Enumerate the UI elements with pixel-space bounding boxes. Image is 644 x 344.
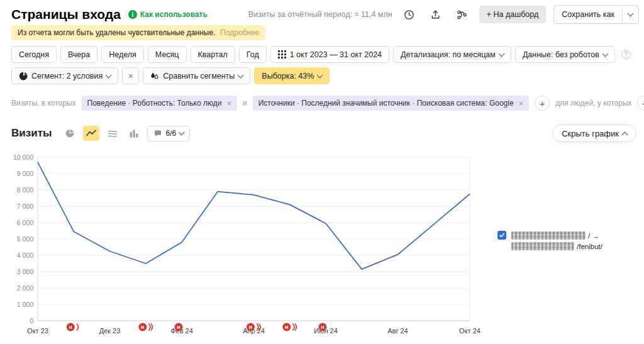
svg-text:10 000: 10 000 — [13, 153, 33, 161]
segment-pie-icon — [19, 72, 28, 80]
chevron-up-icon — [622, 131, 628, 138]
save-as-group: Сохранить как — [553, 5, 639, 24]
svg-text:0: 0 — [30, 317, 33, 325]
date-range-button[interactable]: 1 окт 2023 — 31 окт 2024 — [270, 46, 389, 63]
chart-type-area-button[interactable] — [104, 126, 121, 141]
history-button[interactable] — [400, 5, 419, 24]
stacked-area-icon — [108, 128, 118, 138]
hide-chart-label: Скрыть график — [562, 129, 619, 138]
filter-conditions: Визиты, в которых Поведение · Роботность… — [11, 96, 638, 111]
add-people-condition-button[interactable]: + — [637, 96, 644, 111]
filter-chip-robots[interactable]: Поведение · Роботность: Только люди × — [82, 96, 237, 111]
svg-text:9 000: 9 000 — [17, 170, 33, 177]
segment-dropdown[interactable]: Сегмент: 2 условия — [11, 67, 118, 84]
legend-checkbox[interactable] — [497, 231, 506, 240]
save-as-button[interactable]: Сохранить как — [554, 6, 622, 23]
svg-text:Дек 23: Дек 23 — [99, 327, 121, 335]
close-icon[interactable]: × — [226, 99, 231, 108]
preset-week[interactable]: Неделя — [101, 46, 144, 63]
chevron-down-icon — [628, 11, 634, 17]
add-visit-condition-button[interactable]: + — [535, 96, 550, 111]
preset-month[interactable]: Месяц — [148, 46, 187, 63]
page-title: Страницы входа — [11, 7, 121, 22]
chart-header: Визиты 6/6 Скрыть график — [11, 125, 636, 142]
legend-line-2-suffix: /fenibut/ — [577, 243, 602, 250]
how-to-use-link[interactable]: i Как использовать — [128, 10, 208, 19]
svg-text:7 000: 7 000 — [17, 203, 33, 210]
segment-clear-button[interactable]: × — [122, 67, 139, 84]
svg-text:6 000: 6 000 — [17, 219, 33, 226]
info-icon: i — [128, 10, 137, 19]
integrations-button[interactable] — [453, 5, 472, 24]
compare-segments-dropdown[interactable]: Сравнить сегменты — [143, 67, 250, 84]
legend-line-1: / → — [511, 230, 602, 241]
and-label: и — [243, 99, 247, 108]
svg-text:н: н — [321, 324, 324, 330]
visits-filter-label: Визиты, в которых — [11, 99, 76, 108]
visits-line-chart[interactable]: 01 0002 0003 0004 0005 0006 0007 0008 00… — [8, 150, 486, 340]
svg-text:Авг 24: Авг 24 — [387, 327, 408, 335]
filter-chip-source-google[interactable]: Источники · Последний значимый источник … — [253, 96, 529, 111]
data-mode-hint-icon[interactable]: ? — [621, 50, 631, 59]
svg-text:н: н — [69, 324, 72, 330]
filter-chip-source-google-label: Источники · Последний значимый источник … — [258, 99, 514, 108]
save-as-caret-button[interactable] — [622, 6, 638, 23]
chart-title: Визиты — [11, 127, 52, 140]
legend-line-1-suffix: / → — [588, 232, 599, 240]
legend-item[interactable]: / → /fenibut/ — [497, 230, 602, 252]
redacted-url-part — [511, 242, 574, 250]
chart-type-bar-button[interactable] — [126, 126, 142, 141]
data-mode-label: Данные: без роботов — [523, 50, 599, 59]
branch-icon — [457, 9, 467, 20]
people-filter-label: для людей, у которых — [555, 99, 631, 108]
comment-bubble-icon — [153, 129, 162, 138]
filter-chip-robots-label: Поведение · Роботность: Только люди — [87, 99, 222, 108]
chevron-down-icon — [498, 50, 504, 57]
svg-text:н: н — [285, 324, 288, 330]
svg-text:3 000: 3 000 — [17, 268, 33, 275]
close-icon[interactable]: × — [519, 99, 524, 108]
legend-line-2: /fenibut/ — [511, 241, 602, 252]
chart-type-line-button[interactable] — [83, 126, 99, 141]
svg-text:Окт 24: Окт 24 — [459, 327, 480, 335]
svg-text:н: н — [141, 324, 144, 330]
notice-text: Из отчета могли быть удалены чувствитель… — [18, 28, 215, 37]
preset-yesterday[interactable]: Вчера — [60, 46, 97, 63]
comments-dropdown[interactable]: 6/6 — [147, 126, 190, 141]
page-header: Страницы входа i Как использовать Визиты… — [11, 5, 639, 24]
preset-quarter[interactable]: Квартал — [191, 46, 235, 63]
svg-text:1 000: 1 000 — [17, 301, 33, 308]
export-icon — [430, 9, 441, 20]
sampling-dropdown[interactable]: Выборка: 43% — [254, 67, 330, 84]
export-button[interactable] — [426, 5, 445, 24]
entry-pages-report: Страницы входа i Как использовать Визиты… — [0, 0, 644, 344]
svg-text:4 000: 4 000 — [17, 252, 33, 259]
chevron-down-icon — [317, 72, 323, 78]
svg-text:н: н — [177, 324, 180, 330]
svg-text:8 000: 8 000 — [17, 186, 33, 194]
preset-today[interactable]: Сегодня — [11, 46, 57, 63]
svg-text:Окт 23: Окт 23 — [27, 327, 48, 335]
pie-chart-icon — [65, 128, 75, 138]
preset-year[interactable]: Год — [239, 46, 267, 63]
data-mode-dropdown[interactable]: Данные: без роботов — [515, 46, 615, 63]
add-to-dashboard-button[interactable]: + На дашборд — [479, 6, 547, 23]
redacted-url-part — [511, 231, 586, 240]
calendar-grid-icon — [278, 50, 286, 58]
sampling-label: Выборка: 43% — [262, 72, 314, 80]
chevron-down-icon — [602, 50, 608, 57]
check-icon — [499, 232, 505, 238]
legend-lines: / → /fenibut/ — [511, 230, 602, 252]
chevron-down-icon — [179, 130, 185, 136]
chevron-down-icon — [106, 72, 112, 78]
notice-more-link[interactable]: Подробнее — [220, 28, 259, 37]
sensitive-data-notice: Из отчета могли быть удалены чувствитель… — [11, 25, 265, 40]
date-range-label: 1 окт 2023 — 31 окт 2024 — [290, 50, 382, 59]
comments-count: 6/6 — [165, 129, 176, 138]
hide-chart-button[interactable]: Скрыть график — [552, 125, 636, 142]
segment-label: Сегмент: 2 условия — [31, 72, 103, 80]
visits-summary: Визиты за отчётный период: ≈ 11,4 млн — [248, 10, 392, 19]
line-chart-icon — [86, 128, 96, 138]
detail-dropdown[interactable]: Детализация: по месяцам — [393, 46, 511, 63]
chart-type-pie-button[interactable] — [62, 126, 78, 141]
